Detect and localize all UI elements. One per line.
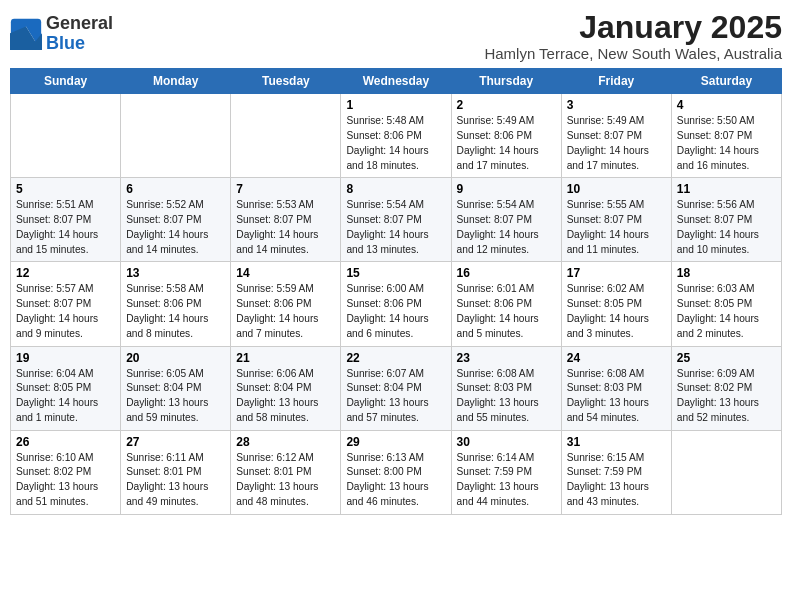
day-info: Sunrise: 6:11 AM Sunset: 8:01 PM Dayligh…: [126, 451, 225, 510]
day-info: Sunrise: 6:05 AM Sunset: 8:04 PM Dayligh…: [126, 367, 225, 426]
calendar-day-3: 3Sunrise: 5:49 AM Sunset: 8:07 PM Daylig…: [561, 94, 671, 178]
day-info: Sunrise: 5:52 AM Sunset: 8:07 PM Dayligh…: [126, 198, 225, 257]
day-info: Sunrise: 5:53 AM Sunset: 8:07 PM Dayligh…: [236, 198, 335, 257]
calendar-day-13: 13Sunrise: 5:58 AM Sunset: 8:06 PM Dayli…: [121, 262, 231, 346]
day-info: Sunrise: 6:15 AM Sunset: 7:59 PM Dayligh…: [567, 451, 666, 510]
calendar-day-12: 12Sunrise: 5:57 AM Sunset: 8:07 PM Dayli…: [11, 262, 121, 346]
calendar-week-row: 5Sunrise: 5:51 AM Sunset: 8:07 PM Daylig…: [11, 178, 782, 262]
day-number: 30: [457, 435, 556, 449]
calendar-day-24: 24Sunrise: 6:08 AM Sunset: 8:03 PM Dayli…: [561, 346, 671, 430]
calendar-day-31: 31Sunrise: 6:15 AM Sunset: 7:59 PM Dayli…: [561, 430, 671, 514]
day-info: Sunrise: 5:59 AM Sunset: 8:06 PM Dayligh…: [236, 282, 335, 341]
day-info: Sunrise: 5:56 AM Sunset: 8:07 PM Dayligh…: [677, 198, 776, 257]
day-info: Sunrise: 6:04 AM Sunset: 8:05 PM Dayligh…: [16, 367, 115, 426]
calendar-day-19: 19Sunrise: 6:04 AM Sunset: 8:05 PM Dayli…: [11, 346, 121, 430]
day-info: Sunrise: 6:06 AM Sunset: 8:04 PM Dayligh…: [236, 367, 335, 426]
calendar-day-26: 26Sunrise: 6:10 AM Sunset: 8:02 PM Dayli…: [11, 430, 121, 514]
weekday-header-friday: Friday: [561, 69, 671, 94]
calendar-empty-cell: [231, 94, 341, 178]
day-number: 31: [567, 435, 666, 449]
logo: GeneralBlue: [10, 14, 113, 54]
calendar-day-25: 25Sunrise: 6:09 AM Sunset: 8:02 PM Dayli…: [671, 346, 781, 430]
day-info: Sunrise: 6:14 AM Sunset: 7:59 PM Dayligh…: [457, 451, 556, 510]
calendar-day-22: 22Sunrise: 6:07 AM Sunset: 8:04 PM Dayli…: [341, 346, 451, 430]
day-info: Sunrise: 6:09 AM Sunset: 8:02 PM Dayligh…: [677, 367, 776, 426]
day-number: 6: [126, 182, 225, 196]
weekday-header-monday: Monday: [121, 69, 231, 94]
calendar-day-4: 4Sunrise: 5:50 AM Sunset: 8:07 PM Daylig…: [671, 94, 781, 178]
calendar-day-8: 8Sunrise: 5:54 AM Sunset: 8:07 PM Daylig…: [341, 178, 451, 262]
day-number: 8: [346, 182, 445, 196]
day-number: 26: [16, 435, 115, 449]
day-number: 18: [677, 266, 776, 280]
day-number: 16: [457, 266, 556, 280]
day-info: Sunrise: 6:08 AM Sunset: 8:03 PM Dayligh…: [567, 367, 666, 426]
day-number: 14: [236, 266, 335, 280]
calendar-day-14: 14Sunrise: 5:59 AM Sunset: 8:06 PM Dayli…: [231, 262, 341, 346]
day-info: Sunrise: 5:51 AM Sunset: 8:07 PM Dayligh…: [16, 198, 115, 257]
calendar-day-20: 20Sunrise: 6:05 AM Sunset: 8:04 PM Dayli…: [121, 346, 231, 430]
day-number: 10: [567, 182, 666, 196]
calendar-day-2: 2Sunrise: 5:49 AM Sunset: 8:06 PM Daylig…: [451, 94, 561, 178]
day-number: 3: [567, 98, 666, 112]
day-info: Sunrise: 6:01 AM Sunset: 8:06 PM Dayligh…: [457, 282, 556, 341]
calendar-day-6: 6Sunrise: 5:52 AM Sunset: 8:07 PM Daylig…: [121, 178, 231, 262]
calendar-day-27: 27Sunrise: 6:11 AM Sunset: 8:01 PM Dayli…: [121, 430, 231, 514]
calendar-title: January 2025: [484, 10, 782, 45]
calendar-day-10: 10Sunrise: 5:55 AM Sunset: 8:07 PM Dayli…: [561, 178, 671, 262]
calendar-day-30: 30Sunrise: 6:14 AM Sunset: 7:59 PM Dayli…: [451, 430, 561, 514]
day-info: Sunrise: 5:50 AM Sunset: 8:07 PM Dayligh…: [677, 114, 776, 173]
day-number: 27: [126, 435, 225, 449]
day-info: Sunrise: 5:54 AM Sunset: 8:07 PM Dayligh…: [457, 198, 556, 257]
calendar-day-1: 1Sunrise: 5:48 AM Sunset: 8:06 PM Daylig…: [341, 94, 451, 178]
calendar-day-18: 18Sunrise: 6:03 AM Sunset: 8:05 PM Dayli…: [671, 262, 781, 346]
day-info: Sunrise: 5:55 AM Sunset: 8:07 PM Dayligh…: [567, 198, 666, 257]
calendar-day-5: 5Sunrise: 5:51 AM Sunset: 8:07 PM Daylig…: [11, 178, 121, 262]
day-info: Sunrise: 6:07 AM Sunset: 8:04 PM Dayligh…: [346, 367, 445, 426]
day-number: 15: [346, 266, 445, 280]
day-info: Sunrise: 5:49 AM Sunset: 8:06 PM Dayligh…: [457, 114, 556, 173]
day-number: 13: [126, 266, 225, 280]
day-info: Sunrise: 5:57 AM Sunset: 8:07 PM Dayligh…: [16, 282, 115, 341]
weekday-header-sunday: Sunday: [11, 69, 121, 94]
calendar-day-21: 21Sunrise: 6:06 AM Sunset: 8:04 PM Dayli…: [231, 346, 341, 430]
day-number: 17: [567, 266, 666, 280]
day-info: Sunrise: 6:08 AM Sunset: 8:03 PM Dayligh…: [457, 367, 556, 426]
day-info: Sunrise: 6:03 AM Sunset: 8:05 PM Dayligh…: [677, 282, 776, 341]
calendar-day-9: 9Sunrise: 5:54 AM Sunset: 8:07 PM Daylig…: [451, 178, 561, 262]
calendar-day-23: 23Sunrise: 6:08 AM Sunset: 8:03 PM Dayli…: [451, 346, 561, 430]
calendar-week-row: 26Sunrise: 6:10 AM Sunset: 8:02 PM Dayli…: [11, 430, 782, 514]
page-header: GeneralBlue January 2025 Hamlyn Terrace,…: [10, 10, 782, 62]
day-number: 9: [457, 182, 556, 196]
calendar-table: SundayMondayTuesdayWednesdayThursdayFrid…: [10, 68, 782, 515]
calendar-day-17: 17Sunrise: 6:02 AM Sunset: 8:05 PM Dayli…: [561, 262, 671, 346]
day-info: Sunrise: 6:02 AM Sunset: 8:05 PM Dayligh…: [567, 282, 666, 341]
day-info: Sunrise: 6:00 AM Sunset: 8:06 PM Dayligh…: [346, 282, 445, 341]
calendar-day-7: 7Sunrise: 5:53 AM Sunset: 8:07 PM Daylig…: [231, 178, 341, 262]
calendar-day-29: 29Sunrise: 6:13 AM Sunset: 8:00 PM Dayli…: [341, 430, 451, 514]
calendar-empty-cell: [671, 430, 781, 514]
weekday-header-row: SundayMondayTuesdayWednesdayThursdayFrid…: [11, 69, 782, 94]
day-info: Sunrise: 6:10 AM Sunset: 8:02 PM Dayligh…: [16, 451, 115, 510]
day-info: Sunrise: 5:48 AM Sunset: 8:06 PM Dayligh…: [346, 114, 445, 173]
calendar-empty-cell: [11, 94, 121, 178]
day-number: 23: [457, 351, 556, 365]
day-number: 22: [346, 351, 445, 365]
day-number: 1: [346, 98, 445, 112]
day-number: 11: [677, 182, 776, 196]
weekday-header-tuesday: Tuesday: [231, 69, 341, 94]
day-number: 29: [346, 435, 445, 449]
weekday-header-wednesday: Wednesday: [341, 69, 451, 94]
day-info: Sunrise: 6:13 AM Sunset: 8:00 PM Dayligh…: [346, 451, 445, 510]
day-number: 2: [457, 98, 556, 112]
day-number: 20: [126, 351, 225, 365]
day-number: 12: [16, 266, 115, 280]
weekday-header-thursday: Thursday: [451, 69, 561, 94]
day-number: 5: [16, 182, 115, 196]
day-number: 7: [236, 182, 335, 196]
calendar-day-28: 28Sunrise: 6:12 AM Sunset: 8:01 PM Dayli…: [231, 430, 341, 514]
calendar-week-row: 12Sunrise: 5:57 AM Sunset: 8:07 PM Dayli…: [11, 262, 782, 346]
day-number: 19: [16, 351, 115, 365]
day-number: 28: [236, 435, 335, 449]
logo-icon: [10, 18, 42, 50]
